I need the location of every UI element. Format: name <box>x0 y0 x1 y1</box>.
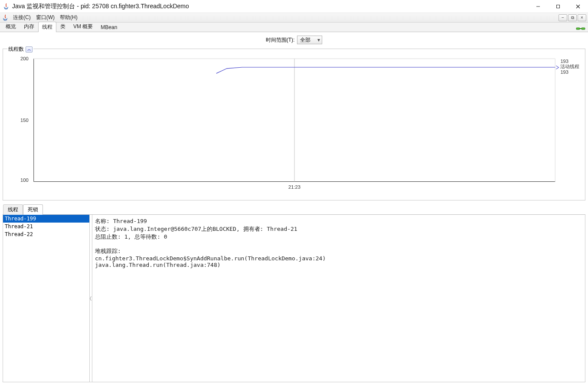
tab-overview[interactable]: 概览 <box>2 21 20 32</box>
thread-list[interactable]: Thread-199 Thread-21 Thread-22 <box>3 215 90 382</box>
chevron-down-icon: ▾ <box>317 37 320 43</box>
document-controls: − ⧉ × <box>559 14 588 21</box>
detail-state-value: java.lang.Integer@5660c707上的BLOCKED, 拥有者… <box>113 226 297 232</box>
chart-legend: 线程数 ︽ <box>7 46 33 53</box>
menu-window[interactable]: 窗口(W) <box>33 13 57 22</box>
xtick-0: 21:23 <box>288 184 301 190</box>
chart-series-name: 活动线程 <box>560 64 579 69</box>
stack-frame: java.lang.Thread.run(Thread.java:748) <box>95 262 221 268</box>
connection-indicator-icon <box>576 26 585 32</box>
ytick-150: 150 <box>20 118 29 123</box>
time-range-combo[interactable]: 全部 ▾ <box>297 36 322 44</box>
content: 时间范围(T): 全部 ▾ 线程数 ︽ 200 150 100 <box>0 32 588 384</box>
deadlock-panel: Thread-199 Thread-21 Thread-22 名称: Threa… <box>3 215 585 382</box>
doc-close-button[interactable]: × <box>578 14 586 21</box>
maximize-button[interactable] <box>548 0 568 13</box>
window-controls <box>528 0 588 13</box>
close-button[interactable] <box>568 0 588 13</box>
doc-restore-button[interactable]: ⧉ <box>568 14 577 21</box>
detail-counts: 总阻止数: 1, 总等待数: 0 <box>95 233 167 240</box>
chart-area[interactable]: 200 150 100 21:23 193 活动线程 <box>7 53 581 195</box>
java-icon <box>3 3 10 10</box>
thread-list-item[interactable]: Thread-22 <box>3 230 89 238</box>
time-range-value: 全部 <box>300 36 310 44</box>
main-tabs: 概览 内存 线程 类 VM 概要 MBean <box>0 23 588 32</box>
btm-tab-threads[interactable]: 线程 <box>3 204 23 215</box>
menu-help[interactable]: 帮助(H) <box>57 13 80 22</box>
detail-state-label: 状态: <box>95 226 110 232</box>
tab-mbean[interactable]: MBean <box>97 23 121 32</box>
bottom-tabs: 线程 死锁 <box>3 204 585 215</box>
thread-count-chart: 线程数 ︽ 200 150 100 21:23 <box>3 49 585 200</box>
collapse-chart-button[interactable]: ︽ <box>26 46 33 53</box>
detail-name-label: 名称: <box>95 218 110 224</box>
tab-threads[interactable]: 线程 <box>38 22 56 32</box>
svg-rect-4 <box>576 28 580 30</box>
ytick-100: 100 <box>20 177 29 183</box>
time-range-row: 时间范围(T): 全部 ▾ <box>3 34 585 46</box>
ytick-200: 200 <box>20 56 29 61</box>
chart-value-top: 193 <box>560 59 568 64</box>
thread-list-item[interactable]: Thread-199 <box>3 215 89 223</box>
minimize-button[interactable] <box>528 0 548 13</box>
btm-tab-deadlock[interactable]: 死锁 <box>23 204 43 215</box>
menu-connect[interactable]: 连接(C) <box>10 13 33 22</box>
tab-memory[interactable]: 内存 <box>20 21 38 32</box>
chart-title: 线程数 <box>8 46 24 53</box>
thread-details[interactable]: 名称: Thread-199 状态: java.lang.Integer@566… <box>92 215 585 382</box>
thread-list-item[interactable]: Thread-21 <box>3 223 89 230</box>
stack-frame: cn.fighter3.ThreadLockDemo$SynAddRunalbe… <box>95 255 326 262</box>
detail-name-value: Thread-199 <box>113 218 147 224</box>
titlebar: Java 监视和管理控制台 - pid: 25708 cn.fighter3.T… <box>0 0 588 13</box>
chart-value-bottom: 193 <box>560 69 568 75</box>
tab-vm-summary[interactable]: VM 概要 <box>69 21 97 32</box>
doc-minimize-button[interactable]: − <box>559 14 567 21</box>
java-icon <box>2 14 9 21</box>
tab-classes[interactable]: 类 <box>56 21 69 32</box>
svg-rect-1 <box>557 5 560 8</box>
window-title: Java 监视和管理控制台 - pid: 25708 cn.fighter3.T… <box>12 3 189 10</box>
svg-rect-5 <box>581 28 585 30</box>
detail-stack-label: 堆栈跟踪: <box>95 248 121 254</box>
time-range-label: 时间范围(T): <box>266 36 295 44</box>
